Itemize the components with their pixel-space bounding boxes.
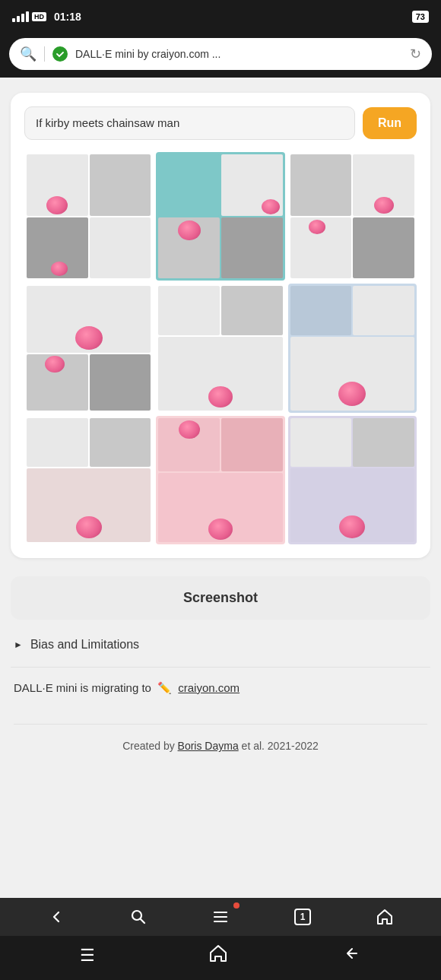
battery-indicator: 73 (412, 11, 429, 23)
divider (14, 724, 427, 725)
nav-dot (233, 902, 240, 909)
status-left: HD 01:18 (12, 11, 81, 23)
nav-bar: 1 (0, 898, 441, 936)
screenshot-section: Screenshot (11, 576, 430, 620)
grid-image-1[interactable] (24, 152, 153, 281)
signal-bars (12, 11, 29, 22)
system-home-icon[interactable] (208, 944, 228, 968)
svg-point-0 (132, 911, 141, 920)
grid-image-4[interactable] (24, 284, 153, 412)
signal-bar-4 (26, 11, 29, 22)
url-divider (44, 46, 45, 62)
url-bar-container: 🔍 DALL·E mini by craiyon.com ... ↻ (0, 33, 441, 78)
refresh-icon[interactable]: ↻ (410, 46, 421, 62)
main-content: If kirby meets chainsaw man Run (0, 78, 441, 898)
home-button[interactable] (367, 904, 402, 930)
craiyon-link[interactable]: craiyon.com (178, 681, 240, 694)
run-button[interactable]: Run (363, 107, 417, 139)
search-input: If kirby meets chainsaw man (36, 116, 179, 129)
grid-image-6[interactable] (288, 284, 417, 412)
created-by-section: Created by Boris Dayma et al. 2021-2022 (11, 740, 430, 770)
hd-badge: HD (32, 12, 46, 21)
url-secure-indicator (52, 46, 68, 62)
bias-label: Bias and Limitations (30, 638, 139, 652)
triangle-icon: ► (14, 639, 23, 650)
grid-image-8[interactable] (156, 416, 284, 544)
bias-section: ► Bias and Limitations (11, 638, 430, 652)
screenshot-button[interactable]: Screenshot (11, 576, 430, 620)
signal-bar-2 (17, 16, 20, 22)
url-bar[interactable]: 🔍 DALL·E mini by craiyon.com ... ↻ (9, 38, 432, 70)
status-time: 01:18 (54, 11, 81, 23)
image-grid (24, 152, 417, 544)
migration-text: DALL·E mini is migrating to ✏️ craiyon.c… (14, 680, 427, 697)
url-search-icon: 🔍 (20, 46, 36, 62)
created-by-rest: et al. 2021-2022 (242, 740, 319, 752)
pencil-icon: ✏️ (157, 681, 172, 694)
author-link[interactable]: Boris Dayma (178, 740, 239, 752)
grid-image-3[interactable] (288, 152, 417, 281)
url-text: DALL·E mini by craiyon.com ... (75, 48, 402, 60)
system-back-icon[interactable] (341, 944, 361, 968)
tab-count: 1 (294, 909, 311, 925)
migration-section: DALL·E mini is migrating to ✏️ craiyon.c… (11, 667, 430, 709)
back-button[interactable] (39, 904, 74, 930)
grid-image-5[interactable] (156, 284, 284, 412)
created-by-text: Created by (122, 740, 174, 752)
tabs-button[interactable]: 1 (285, 904, 320, 930)
grid-image-7[interactable] (24, 416, 153, 544)
main-card: If kirby meets chainsaw man Run (11, 93, 430, 558)
status-bar: HD 01:18 73 (0, 0, 441, 33)
search-input-wrapper[interactable]: If kirby meets chainsaw man (24, 106, 355, 140)
home-bar: ☰ (0, 936, 441, 980)
secure-badge (52, 46, 68, 62)
grid-image-2[interactable] (156, 152, 284, 281)
signal-bar-3 (21, 14, 24, 22)
menu-button[interactable] (203, 904, 238, 930)
migration-prefix: DALL·E mini is migrating to (14, 681, 151, 694)
signal-bar-1 (12, 18, 15, 22)
search-button[interactable] (121, 904, 156, 930)
search-row: If kirby meets chainsaw man Run (24, 106, 417, 140)
bias-toggle[interactable]: ► Bias and Limitations (14, 638, 427, 652)
grid-image-9[interactable] (288, 416, 417, 544)
system-menu-icon[interactable]: ☰ (80, 946, 95, 966)
